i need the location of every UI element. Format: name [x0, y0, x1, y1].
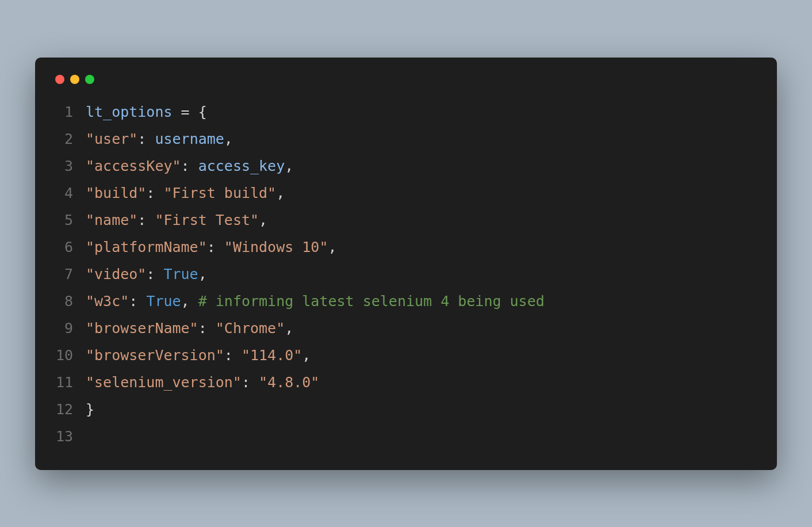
code-content[interactable]: 1 lt_options = { 2 "user": username, 3 "…	[52, 98, 760, 450]
code-line: 4 "build": "First build",	[52, 180, 760, 207]
line-number: 10	[52, 342, 86, 369]
code-line: 3 "accessKey": access_key,	[52, 152, 760, 180]
code-line: 2 "user": username,	[52, 125, 760, 152]
line-number: 6	[52, 234, 86, 261]
punct-token: :	[198, 315, 216, 342]
string-token: "114.0"	[242, 342, 302, 369]
constant-token: True	[163, 261, 198, 288]
line-number: 3	[52, 152, 86, 180]
punct-token: :	[181, 152, 198, 180]
punct-token: ,	[328, 234, 336, 261]
punct-token: :	[207, 234, 224, 261]
punct-token: ,	[259, 207, 267, 234]
punct-token: ,	[285, 315, 293, 342]
string-token: "w3c"	[86, 288, 129, 315]
line-number: 12	[52, 396, 86, 423]
comment-token: # informing latest selenium 4 being used	[198, 288, 545, 315]
string-token: "accessKey"	[86, 152, 181, 180]
punct-token: ,	[224, 125, 233, 152]
window-titlebar	[52, 72, 760, 98]
punct-token: :	[146, 261, 163, 288]
code-line: 7 "video": True,	[52, 261, 760, 288]
string-token: "browserName"	[86, 315, 198, 342]
string-token: "selenium_version"	[86, 369, 242, 396]
code-line: 1 lt_options = {	[52, 98, 760, 125]
punct-token: ,	[276, 180, 285, 207]
code-line: 13	[52, 423, 760, 450]
punct-token: :	[242, 369, 259, 396]
line-number: 5	[52, 207, 86, 234]
punct-token: :	[137, 125, 155, 152]
constant-token: True	[146, 288, 181, 315]
line-number: 8	[52, 288, 86, 315]
code-line: 8 "w3c": True, # informing latest seleni…	[52, 288, 760, 315]
string-token: "4.8.0"	[259, 369, 319, 396]
string-token: "video"	[86, 261, 146, 288]
punct-token: :	[146, 180, 163, 207]
close-icon[interactable]	[55, 75, 64, 84]
code-line: 6 "platformName": "Windows 10",	[52, 234, 760, 261]
minimize-icon[interactable]	[70, 75, 79, 84]
string-token: "user"	[86, 125, 137, 152]
line-number: 7	[52, 261, 86, 288]
code-line: 10 "browserVersion": "114.0",	[52, 342, 760, 369]
line-number: 4	[52, 180, 86, 207]
line-number: 13	[52, 423, 86, 450]
string-token: "name"	[86, 207, 137, 234]
string-token: "browserVersion"	[86, 342, 224, 369]
string-token: "Windows 10"	[224, 234, 328, 261]
line-number: 1	[52, 98, 86, 125]
identifier-token: access_key	[198, 152, 285, 180]
punct-token: :	[224, 342, 242, 369]
line-number: 11	[52, 369, 86, 396]
string-token: "build"	[86, 180, 146, 207]
punct-token: ,	[302, 342, 311, 369]
punct-token: }	[86, 396, 94, 423]
identifier-token: lt_options	[86, 98, 181, 125]
punct-token: ,	[181, 288, 198, 315]
string-token: "First Test"	[155, 207, 259, 234]
punct-token: ,	[198, 261, 207, 288]
string-token: "First build"	[163, 180, 276, 207]
punct-token: :	[137, 207, 155, 234]
punct-token: = {	[181, 98, 207, 125]
code-line: 11 "selenium_version": "4.8.0"	[52, 369, 760, 396]
string-token: "platformName"	[86, 234, 207, 261]
punct-token: :	[129, 288, 146, 315]
identifier-token: username	[155, 125, 224, 152]
line-number: 9	[52, 315, 86, 342]
code-line: 12 }	[52, 396, 760, 423]
punct-token: ,	[285, 152, 293, 180]
code-line: 9 "browserName": "Chrome",	[52, 315, 760, 342]
maximize-icon[interactable]	[85, 75, 94, 84]
code-editor-window: 1 lt_options = { 2 "user": username, 3 "…	[35, 58, 777, 470]
code-line: 5 "name": "First Test",	[52, 207, 760, 234]
string-token: "Chrome"	[216, 315, 285, 342]
line-number: 2	[52, 125, 86, 152]
